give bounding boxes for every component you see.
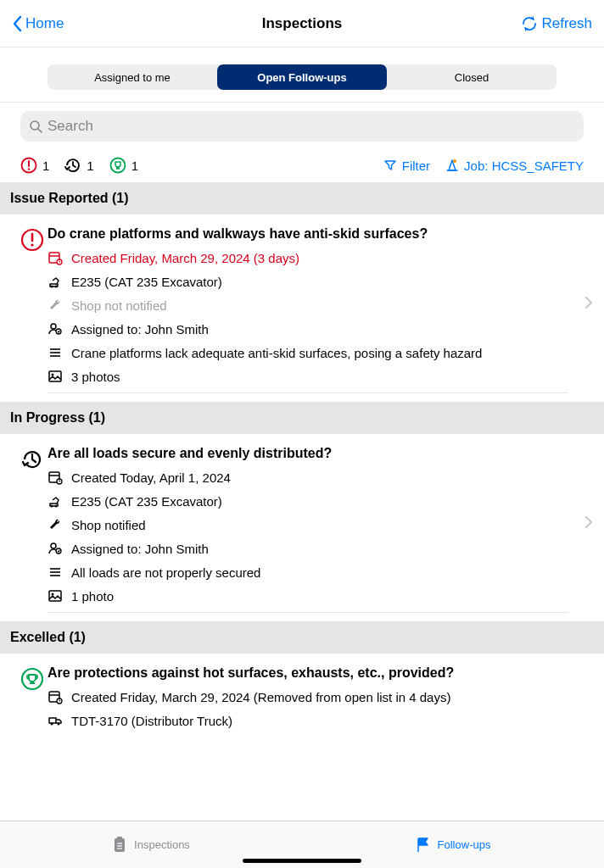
history-icon <box>64 157 81 174</box>
photo-icon <box>48 588 63 604</box>
search-container: Search <box>0 102 604 148</box>
segmented-control: Assigned to me Open Follow-ups Closed <box>48 64 556 90</box>
svg-point-26 <box>51 505 53 508</box>
refresh-label: Refresh <box>541 15 592 32</box>
item-photos-row: 1 photo <box>48 588 568 604</box>
stat-progress: 1 <box>64 157 93 174</box>
stat-excelled: 1 <box>109 157 138 174</box>
excavator-icon <box>48 493 63 509</box>
tab-assigned[interactable]: Assigned to me <box>48 64 217 90</box>
section-header-progress: In Progress (1) <box>0 402 604 434</box>
filter-button[interactable]: Filter <box>383 159 430 173</box>
search-placeholder: Search <box>48 118 93 135</box>
tab-followups-label: Follow-ups <box>438 838 491 851</box>
chevron-right-icon <box>585 516 592 531</box>
user-icon <box>48 321 63 337</box>
history-icon <box>20 448 44 471</box>
item-notes: All loads are not properly secured <box>71 565 260 580</box>
item-title: Are all loads secure and evenly distribu… <box>48 446 568 461</box>
svg-point-35 <box>22 669 42 689</box>
item-assigned: Assigned to: John Smith <box>71 542 209 556</box>
filter-icon <box>383 159 397 172</box>
svg-rect-41 <box>115 838 125 852</box>
svg-point-29 <box>56 548 61 554</box>
item-notes-row: All loads are not properly secured <box>48 565 568 580</box>
section-header-excelled: Excelled (1) <box>0 621 604 654</box>
item-photos-row: 3 photos <box>48 369 568 384</box>
back-label: Home <box>25 15 64 32</box>
truck-icon <box>48 713 63 728</box>
nav-header: Home Inspections Refresh <box>0 0 604 47</box>
job-button[interactable]: Job: HCSS_SAFETY <box>445 159 584 173</box>
list-icon <box>48 345 63 360</box>
tab-inspections-label: Inspections <box>134 838 190 851</box>
alert-icon <box>20 157 37 174</box>
svg-point-40 <box>58 723 60 726</box>
photo-icon <box>48 369 63 384</box>
stat-issue-count: 1 <box>42 159 49 173</box>
tab-open-followups[interactable]: Open Follow-ups <box>217 64 387 90</box>
svg-point-14 <box>51 286 53 288</box>
svg-point-16 <box>51 324 56 329</box>
item-created: Created Today, April 1, 2024 <box>71 470 231 485</box>
clipboard-icon <box>112 837 127 854</box>
item-shop-row: Shop notified <box>48 517 568 532</box>
item-notes-row: Crane platforms lack adequate anti-skid … <box>48 345 568 360</box>
search-input[interactable]: Search <box>20 111 584 142</box>
alert-icon <box>20 228 44 252</box>
item-created: Created Friday, March 29, 2024 (Removed … <box>71 690 450 704</box>
item-title: Are protections against hot surfaces, ex… <box>48 665 568 681</box>
job-label: Job: HCSS_SAFETY <box>464 159 584 173</box>
section-header-issue: Issue Reported (1) <box>0 182 604 214</box>
stat-excelled-count: 1 <box>131 159 138 173</box>
excavator-icon <box>48 274 63 289</box>
svg-rect-33 <box>49 591 61 601</box>
refresh-icon <box>521 15 538 32</box>
search-icon <box>29 120 42 133</box>
trophy-icon <box>20 667 44 691</box>
svg-rect-21 <box>49 371 61 381</box>
filter-bar: 1 1 1 Filter Job: HCSS_SAFETY <box>0 148 604 182</box>
page-title: Inspections <box>262 15 342 32</box>
followup-item[interactable]: Are all loads secure and evenly distribu… <box>0 434 604 613</box>
trophy-icon <box>109 157 126 174</box>
item-assigned: Assigned to: John Smith <box>71 322 209 337</box>
item-equipment-row: E235 (CAT 235 Excavator) <box>48 493 568 509</box>
stat-issue: 1 <box>20 157 49 174</box>
wrench-icon <box>48 298 63 313</box>
item-assigned-row: Assigned to: John Smith <box>48 321 568 337</box>
svg-point-17 <box>56 329 61 334</box>
item-equipment: TDT-3170 (Distributor Truck) <box>71 714 232 728</box>
tab-closed[interactable]: Closed <box>387 64 556 90</box>
svg-rect-42 <box>117 837 122 840</box>
home-indicator <box>243 859 361 863</box>
item-assigned-row: Assigned to: John Smith <box>48 541 568 556</box>
calendar-icon <box>48 689 63 704</box>
item-created-row: Created Friday, March 29, 2024 (3 days) <box>48 250 568 265</box>
cone-icon <box>445 159 459 172</box>
item-created-row: Created Friday, March 29, 2024 (Removed … <box>48 689 568 704</box>
followup-item[interactable]: Are protections against hot surfaces, ex… <box>0 654 604 737</box>
list-icon <box>48 565 63 580</box>
chevron-left-icon <box>12 15 22 32</box>
svg-point-39 <box>51 723 53 726</box>
calendar-icon <box>48 250 63 265</box>
item-title: Do crane platforms and walkways have ant… <box>48 226 568 242</box>
flag-icon <box>416 837 431 854</box>
item-equipment: E235 (CAT 235 Excavator) <box>71 275 222 289</box>
item-photos: 1 photo <box>71 589 114 604</box>
refresh-button[interactable]: Refresh <box>521 15 592 32</box>
stat-progress-count: 1 <box>87 159 93 173</box>
item-shop: Shop not notified <box>71 298 167 313</box>
item-photos: 3 photos <box>71 370 120 384</box>
svg-point-28 <box>51 543 56 548</box>
item-equipment: E235 (CAT 235 Excavator) <box>71 494 222 509</box>
item-equipment-row: TDT-3170 (Distributor Truck) <box>48 713 568 728</box>
back-button[interactable]: Home <box>12 15 64 32</box>
item-created-row: Created Today, April 1, 2024 <box>48 470 568 485</box>
item-created: Created Friday, March 29, 2024 (3 days) <box>71 251 299 265</box>
item-shop-row: Shop not notified <box>48 298 568 313</box>
svg-line-1 <box>38 129 42 132</box>
followup-item[interactable]: Do crane platforms and walkways have ant… <box>0 214 604 393</box>
svg-point-27 <box>55 505 58 508</box>
